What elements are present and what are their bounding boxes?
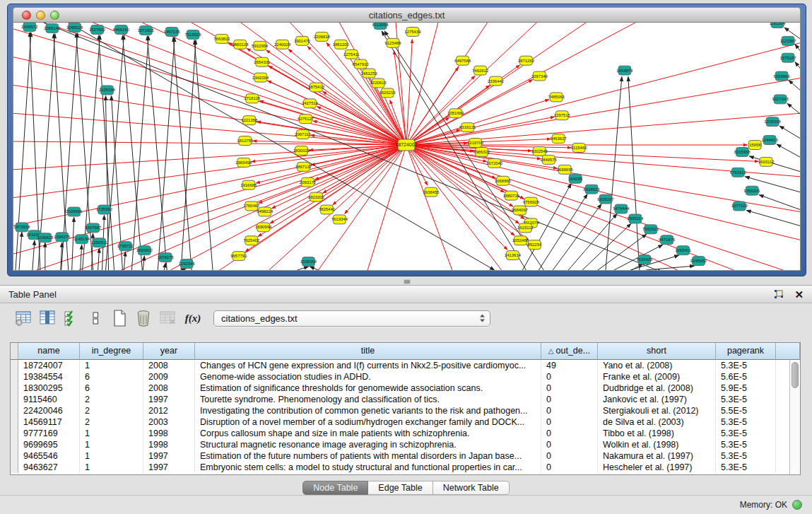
table-cell[interactable]: 2012 [143,405,195,416]
table-settings-button[interactable] [13,308,34,328]
graph-node-teal[interactable]: 1077103 [731,201,748,211]
memory-status-icon[interactable] [792,500,802,510]
splitter-grip-icon[interactable] [404,280,410,284]
graph-node-yellow[interactable]: 2718126 [244,94,261,103]
table-row[interactable]: 1938455462009Genome-wide association stu… [11,371,800,382]
graph-node-yellow[interactable]: 1965498 [235,158,252,167]
graph-node-yellow[interactable]: 2849575 [541,155,558,164]
graph-node-yellow[interactable]: 8316121 [459,123,476,132]
close-window-icon[interactable] [22,11,31,20]
graph-node-teal[interactable]: 2069140 [44,23,61,33]
table-cell[interactable]: 9463627 [18,462,80,473]
graph-node-yellow[interactable]: 1002545 [531,146,548,156]
window-titlebar[interactable]: citations_edges.txt [13,7,801,23]
table-cell[interactable]: Tibbo et al. (1998) [598,428,716,439]
graph-node-yellow[interactable]: 7619344 [331,215,348,224]
graph-node-teal[interactable]: 7515526 [184,30,201,39]
graph-node-yellow[interactable]: 9684067 [512,206,529,215]
graph-node-yellow[interactable]: 1830029 [293,146,310,156]
table-row[interactable]: 1830029562008Estimation of significance … [11,382,800,394]
table-cell[interactable]: 5.3E-5 [716,360,776,371]
graph-node-yellow[interactable]: 1297515 [554,111,571,120]
rows-button[interactable] [85,308,106,328]
graph-node-teal[interactable]: 2405572 [21,23,38,31]
table-cell[interactable]: 2 [80,416,143,428]
table-cell[interactable]: 2003 [143,416,195,428]
vertical-scrollbar[interactable] [789,360,800,474]
table-row[interactable]: 2242004622012Investigating the contribut… [11,405,800,416]
graph-node-yellow[interactable]: 1871263 [518,56,535,65]
graph-node-teal[interactable]: 1575107 [779,53,796,62]
table-cell[interactable]: 1997 [143,462,195,473]
table-cell[interactable]: 5.6E-5 [716,371,776,382]
graph-node-teal[interactable]: 1065528 [66,23,83,32]
graph-node-yellow[interactable]: 1461253 [361,69,378,78]
minimize-window-icon[interactable] [36,11,45,20]
graph-node-yellow[interactable]: 3867137 [295,162,312,171]
tab-network-table[interactable]: Network Table [433,481,510,495]
graph-node-teal[interactable]: 1244413 [762,136,779,145]
table-cell[interactable]: 0 [541,439,598,450]
table-cell[interactable]: 1997 [143,394,195,405]
table-cell[interactable]: 0 [541,382,598,394]
graph-node-teal[interactable]: 1292346 [178,259,195,269]
column-header-in_degree[interactable]: in_degree [80,343,143,360]
graph-node-yellow[interactable]: 9860128 [232,40,249,49]
graph-node-teal[interactable]: 1071915 [138,25,155,35]
table-cell[interactable]: 0 [541,428,598,439]
graph-node-yellow[interactable]: 2240028 [274,40,291,49]
table-cell[interactable]: 1997 [143,450,195,462]
graph-node-yellow[interactable]: 1875413 [308,83,325,92]
graph-node-yellow[interactable]: 3220615 [370,78,387,88]
graph-node-yellow[interactable]: 5912954 [252,41,269,50]
table-cell[interactable]: Yano et al. (2008) [598,360,716,371]
table-cell[interactable]: Nakamura et al. (1997) [598,450,716,462]
graph-node-yellow[interactable]: 852254 [527,240,542,250]
table-cell[interactable]: 0 [541,394,598,405]
graph-node-teal[interactable]: 2935114 [627,214,643,223]
table-cell[interactable]: Changes of HCN gene expression and I(f) … [195,360,541,371]
graph-node-yellow[interactable]: 6547910 [353,59,370,69]
graph-node-teal[interactable]: 1664878 [616,66,633,75]
graph-node-yellow[interactable]: 9498224 [257,207,273,216]
graph-node-yellow[interactable]: 1221358 [241,116,258,125]
graph-node-yellow[interactable]: 2427512 [302,99,319,108]
graph-node-teal[interactable]: 1121567 [780,36,796,45]
graph-node-yellow[interactable]: 1275439 [404,27,421,36]
graph-node-teal[interactable]: 1467135 [164,27,181,36]
table-cell[interactable]: Estimation of significance thresholds fo… [195,382,541,394]
table-cell[interactable]: Tourette syndrome. Phenomenology and cla… [195,394,541,405]
table-cell[interactable]: 9699695 [18,439,80,450]
select-attributes-button[interactable] [61,308,82,328]
graph-node-yellow[interactable]: 2336442 [488,76,505,86]
graph-node-teal[interactable]: 9329966 [773,71,790,81]
graph-node-teal[interactable]: 1695810 [136,246,153,255]
graph-node-teal[interactable]: 9397587 [85,223,102,233]
graph-node-yellow[interactable]: 1051664 [447,109,464,118]
graph-node-teal[interactable]: 7932621 [642,225,659,234]
table-cell[interactable]: 0 [541,405,598,416]
table-cell[interactable]: Structural magnetic resonance image aver… [195,439,541,450]
table-cell[interactable]: 1 [80,462,143,473]
table-cell[interactable]: Dudbridge et al. (2008) [598,382,716,394]
graph-node-yellow[interactable]: 1810755 [237,136,254,146]
graph-node-yellow[interactable]: 7625402 [243,236,260,245]
graph-node-yellow[interactable]: 1880724 [503,191,520,200]
graph-node-yellow[interactable]: 9657791 [230,252,247,261]
graph-node-teal[interactable]: 9227343 [772,95,789,104]
graph-node-teal[interactable]: 1394275 [54,233,71,242]
graph-node-teal[interactable]: 9245652 [690,257,707,266]
table-cell[interactable]: 2 [80,405,143,416]
table-cell[interactable]: 2 [80,394,143,405]
table-cell[interactable]: 6 [80,371,143,382]
tab-edge-table[interactable]: Edge Table [368,481,433,495]
graph-node-yellow[interactable]: 2206818 [314,32,331,41]
graph-node-teal[interactable]: 8938923 [583,185,600,194]
column-header-year[interactable]: year [143,343,195,360]
column-header-pagerank[interactable]: pagerank [716,343,776,360]
graph-node-teal[interactable]: 1209338 [765,117,782,127]
graph-node-teal[interactable]: 8113054 [372,23,389,29]
table-row[interactable]: 1872400712008Changes of HCN gene express… [11,360,800,371]
graph-node-yellow[interactable]: 1068860 [495,176,512,185]
graph-node-teal[interactable]: 1156828 [37,233,53,243]
